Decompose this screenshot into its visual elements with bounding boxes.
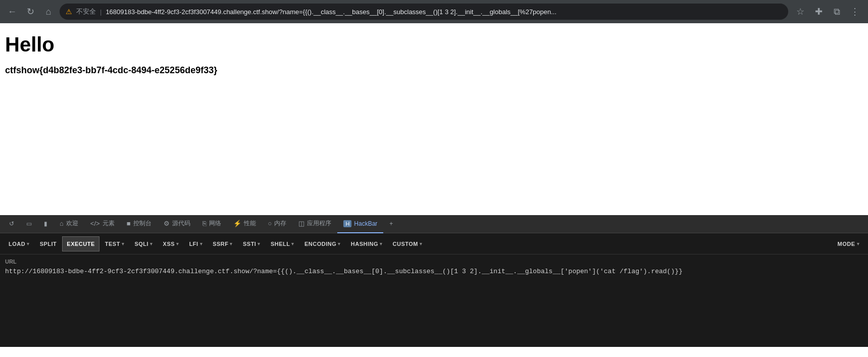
ssrf-arrow: ▾ (230, 241, 233, 246)
devtools-tab-add[interactable]: + (383, 215, 399, 233)
sources-tab-icon: ⚙ (164, 220, 170, 227)
xss-arrow: ▾ (176, 241, 179, 246)
hashing-label: HASHING (351, 241, 378, 247)
ssrf-label: SSRF (213, 241, 228, 247)
memory-tab-label: 内存 (274, 219, 286, 228)
custom-button[interactable]: CUSTOM ▾ (388, 236, 427, 251)
bookmark-button[interactable]: ☆ (792, 4, 808, 20)
insecure-label: 不安全 (76, 7, 96, 16)
custom-label: CUSTOM (393, 241, 418, 247)
elements-tab-label: 元素 (103, 219, 115, 228)
hackbar-url-area: URL http://16809183-bdbe-4ff2-9cf3-2cf3f… (0, 254, 868, 347)
load-button[interactable]: LOAD ▾ (4, 236, 34, 251)
devtools-tab-sources[interactable]: ⚙ 源代码 (158, 215, 196, 233)
split-button[interactable]: SPLIT (35, 236, 62, 251)
hackbar-toolbar: LOAD ▾ SPLIT EXECUTE TEST ▾ SQLI ▾ XSS ▾… (0, 233, 868, 254)
sqli-button[interactable]: SQLI ▾ (130, 236, 157, 251)
devtools-tab-elements[interactable]: </> 元素 (84, 215, 121, 233)
load-label: LOAD (9, 241, 25, 247)
xss-button[interactable]: XSS ▾ (159, 236, 184, 251)
lfi-arrow: ▾ (200, 241, 203, 246)
test-arrow: ▾ (122, 241, 125, 246)
mode-arrow: ▾ (857, 241, 860, 246)
separator: | (100, 8, 101, 16)
console-tab-icon: ■ (127, 220, 131, 227)
hashing-button[interactable]: HASHING ▾ (346, 236, 387, 251)
welcome-tab-label: 欢迎 (66, 219, 78, 228)
shell-button[interactable]: SHELL ▾ (266, 236, 299, 251)
split-label: SPLIT (40, 241, 57, 247)
devtools-tab-inspect[interactable]: ▭ (20, 215, 38, 233)
application-tab-icon: ◫ (298, 220, 304, 227)
ssrf-button[interactable]: SSRF ▾ (208, 236, 237, 251)
elements-tab-icon: </> (90, 220, 100, 227)
hackbar-tab-icon: H (343, 220, 351, 227)
chrome-actions: ☆ ✚ ⧉ ⋮ (792, 4, 863, 20)
load-arrow: ▾ (27, 241, 30, 246)
execute-label: EXECUTE (67, 241, 94, 247)
hackbar-tab-label: HackBar (354, 220, 377, 227)
split-view-button[interactable]: ⧉ (829, 4, 845, 20)
url-text: 16809183-bdbe-4ff2-9cf3-2cf3f3007449.cha… (106, 8, 782, 16)
devtools-tab-network[interactable]: ⎘ 网络 (196, 215, 227, 233)
network-tab-label: 网络 (209, 219, 221, 228)
mode-label: MODE (838, 241, 855, 247)
devtools-panel: ↺ ▭ ▮ ⌂ 欢迎 </> 元素 ■ 控制台 ⚙ 源代码 ⎘ 网络 ⚡ (0, 215, 868, 347)
devtools-tab-performance[interactable]: ⚡ 性能 (227, 215, 262, 233)
hashing-arrow: ▾ (380, 241, 383, 246)
page-title: Hello (5, 33, 863, 56)
test-button[interactable]: TEST ▾ (100, 236, 129, 251)
application-tab-label: 应用程序 (307, 219, 331, 228)
lfi-label: LFI (189, 241, 198, 247)
encoding-arrow: ▾ (338, 241, 341, 246)
performance-tab-label: 性能 (244, 219, 256, 228)
address-bar[interactable]: ⚠ 不安全 | 16809183-bdbe-4ff2-9cf3-2cf3f300… (60, 4, 788, 20)
browser-chrome: ← ↻ ⌂ ⚠ 不安全 | 16809183-bdbe-4ff2-9cf3-2c… (0, 0, 868, 23)
sources-tab-label: 源代码 (172, 219, 190, 228)
devtools-tab-device[interactable]: ▮ (38, 215, 54, 233)
menu-button[interactable]: ⋮ (847, 4, 863, 20)
page-flag: ctfshow{d4b82fe3-bb7f-4cdc-8494-e25256de… (5, 65, 863, 76)
console-tab-label: 控制台 (133, 219, 151, 228)
devtools-tab-inspect-toggle[interactable]: ↺ (3, 215, 20, 233)
page-content: Hello ctfshow{d4b82fe3-bb7f-4cdc-8494-e2… (0, 23, 868, 215)
encoding-label: ENCODING (304, 241, 336, 247)
device-icon: ▮ (44, 220, 47, 227)
test-label: TEST (105, 241, 120, 247)
devtools-tab-application[interactable]: ◫ 应用程序 (292, 215, 337, 233)
sqli-arrow: ▾ (150, 241, 153, 246)
sqli-label: SQLI (134, 241, 148, 247)
lfi-button[interactable]: LFI ▾ (185, 236, 208, 251)
warning-icon: ⚠ (66, 8, 72, 16)
devtools-tab-console[interactable]: ■ 控制台 (121, 215, 158, 233)
encoding-button[interactable]: ENCODING ▾ (300, 236, 345, 251)
performance-tab-icon: ⚡ (233, 220, 241, 227)
add-tab-icon: + (389, 220, 393, 227)
devtools-tab-hackbar[interactable]: H HackBar (337, 215, 383, 233)
url-label: URL (5, 259, 863, 265)
url-value[interactable]: http://16809183-bdbe-4ff2-9cf3-2cf3f3007… (5, 267, 863, 277)
ssti-label: SSTI (243, 241, 256, 247)
home-tab-icon: ⌂ (60, 220, 64, 227)
mode-button[interactable]: MODE ▾ (833, 236, 864, 251)
cursor-icon: ↺ (9, 220, 14, 227)
devtools-tab-memory[interactable]: ○ 内存 (262, 215, 293, 233)
memory-tab-icon: ○ (268, 220, 272, 227)
refresh-button[interactable]: ↻ (23, 5, 37, 19)
ssti-arrow: ▾ (258, 241, 261, 246)
ssti-button[interactable]: SSTI ▾ (238, 236, 265, 251)
shell-label: SHELL (271, 241, 290, 247)
extension-button[interactable]: ✚ (810, 4, 827, 20)
execute-button[interactable]: EXECUTE (62, 236, 99, 251)
custom-arrow: ▾ (420, 241, 423, 246)
devtools-tabbar: ↺ ▭ ▮ ⌂ 欢迎 </> 元素 ■ 控制台 ⚙ 源代码 ⎘ 网络 ⚡ (0, 215, 868, 233)
inspect-icon: ▭ (26, 220, 32, 227)
shell-arrow: ▾ (291, 241, 294, 246)
network-tab-icon: ⎘ (202, 220, 207, 227)
xss-label: XSS (163, 241, 175, 247)
devtools-tab-welcome[interactable]: ⌂ 欢迎 (54, 215, 84, 233)
home-button[interactable]: ⌂ (41, 5, 56, 19)
back-button[interactable]: ← (5, 5, 19, 19)
